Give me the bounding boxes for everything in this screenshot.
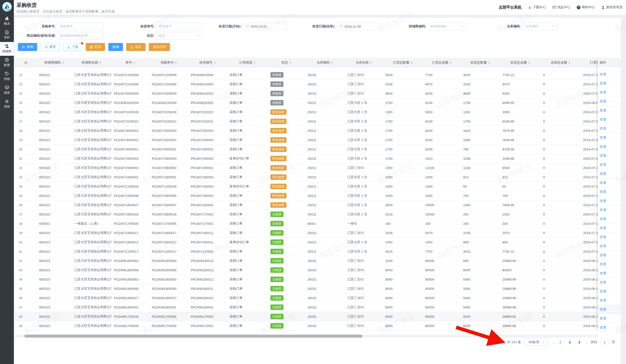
view-link[interactable]: 查看 <box>600 190 606 194</box>
view-link[interactable]: 查看 <box>600 90 606 95</box>
view-link[interactable]: 查看 <box>600 217 606 221</box>
view-link[interactable]: 查看 <box>600 226 606 230</box>
prev-page-button[interactable]: ‹ <box>552 340 554 344</box>
view-link[interactable]: 查看 <box>600 280 606 285</box>
column-header-经销商编码[interactable]: 经销商编码 <box>37 58 72 68</box>
sort-icon[interactable] <box>175 60 177 65</box>
page-number-3[interactable]: 3 <box>577 340 582 344</box>
sidebar-item-经销商[interactable]: 经销商 <box>0 42 14 56</box>
view-link[interactable]: 查看 <box>600 298 606 303</box>
warehouse-code-select[interactable]: 仓库编码 <box>522 23 557 30</box>
view-link[interactable]: 查看 <box>600 81 606 86</box>
view-link[interactable]: 查看 <box>600 117 606 122</box>
column-header-仓库编码[interactable]: 仓库编码 <box>305 58 345 68</box>
view-link[interactable]: 查看 <box>600 289 606 294</box>
horizontal-scrollbar-thumb[interactable] <box>24 335 362 338</box>
view-link[interactable]: 查看 <box>600 262 606 267</box>
sort-icon[interactable] <box>568 60 570 65</box>
data-table: 经销商编码经销商名称单号采购单号收货编号订单类型状态仓库编码仓库名称订货总数量订… <box>15 58 598 332</box>
sidebar-item-系统[interactable]: 系统 <box>0 97 14 111</box>
sidebar-item-配置[interactable]: 配置 <box>0 56 14 70</box>
column-header-未税总金额[interactable]: 未税总金额 <box>541 58 581 68</box>
page-number-1[interactable]: 1 <box>558 340 562 344</box>
column-header-仓库名称[interactable]: 仓库名称 <box>345 58 383 68</box>
sidebar-item-报表[interactable]: 报表 <box>0 83 14 97</box>
column-header-订货总金额[interactable]: 订货总金额 <box>423 58 461 68</box>
page-number-2[interactable]: 2 <box>567 340 572 344</box>
view-link[interactable]: 查看 <box>600 199 606 203</box>
sort-icon[interactable] <box>133 60 135 65</box>
menu-下载中心[interactable]: 下载中心 <box>528 5 546 10</box>
column-header-订货总数量[interactable]: 订货总数量 <box>383 58 423 68</box>
cell-qty_ordered: 2515 <box>383 210 423 219</box>
column-settings-button[interactable] <box>15 58 37 68</box>
sidebar-item-概况[interactable]: 概况 <box>0 14 14 28</box>
cell-amt_untaxed: 0 <box>541 256 581 266</box>
column-header-状态[interactable]: 状态 <box>268 58 305 68</box>
view-link[interactable]: 查看 <box>600 153 606 158</box>
export-print-button[interactable]: 导出打印 <box>149 43 170 51</box>
view-link[interactable]: 查看 <box>600 144 606 149</box>
view-link[interactable]: 查看 <box>600 235 606 239</box>
column-header-订货日期[interactable]: 订货日期 <box>581 58 598 68</box>
sort-icon[interactable] <box>214 60 216 65</box>
view-link[interactable]: 查看 <box>600 172 606 176</box>
view-link[interactable]: 查看 <box>600 99 606 104</box>
view-link[interactable]: 查看 <box>600 253 606 257</box>
sort-icon[interactable] <box>370 60 372 65</box>
menu-帮助中心[interactable]: ?帮助中心 <box>577 5 595 10</box>
cell-amt_ordered: 9200 <box>423 89 461 98</box>
view-link[interactable]: 查看 <box>600 208 606 212</box>
sort-icon[interactable] <box>99 60 101 65</box>
sort-icon[interactable] <box>488 60 490 65</box>
view-link[interactable]: 查看 <box>600 325 606 330</box>
download-button[interactable]: 下载 <box>63 43 82 51</box>
column-header-采购单号[interactable]: 采购单号 <box>149 58 188 68</box>
cell-dealer_name: 江苏大区宝龙快运有限公司 <box>72 321 111 331</box>
view-link[interactable]: 查看 <box>600 72 606 77</box>
column-label: 采购单号 <box>161 60 174 65</box>
column-header-单号[interactable]: 单号 <box>111 58 149 68</box>
column-header-收货编号[interactable]: 收货编号 <box>188 58 227 68</box>
view-link[interactable]: 查看 <box>600 307 606 312</box>
next-page-button[interactable]: › <box>585 340 587 344</box>
sort-icon[interactable] <box>411 60 413 65</box>
print-button[interactable]: 打印 <box>86 43 105 51</box>
action-cell: 查看 <box>598 260 621 269</box>
status-select[interactable]: 状态 <box>156 32 203 39</box>
add-button[interactable]: 新增 <box>108 43 123 51</box>
view-link[interactable]: 查看 <box>600 108 606 113</box>
view-link[interactable]: 查看 <box>600 244 606 248</box>
column-header-订单类型[interactable]: 订单类型 <box>227 58 268 68</box>
goto-page-input[interactable] <box>601 339 608 346</box>
view-link[interactable]: 查看 <box>600 135 606 140</box>
sort-icon[interactable] <box>62 60 64 65</box>
view-link[interactable]: 查看 <box>600 271 606 276</box>
cell-idx: 33 <box>15 173 37 182</box>
view-link[interactable]: 查看 <box>600 126 606 131</box>
cell-wh_code: JS011 <box>305 126 345 135</box>
menu-消息中心[interactable]: 消息中心 <box>552 5 570 10</box>
page-size-select[interactable]: 50条/页 <box>524 339 549 346</box>
cell-po_no: PO24061800040 <box>149 284 188 293</box>
sort-icon[interactable] <box>331 60 333 65</box>
view-link[interactable]: 查看 <box>600 163 606 167</box>
column-header-收货总数量[interactable]: 收货总数量 <box>461 58 500 68</box>
reset-button[interactable]: 重置 <box>40 43 60 51</box>
user-icon <box>601 6 605 9</box>
view-link[interactable]: 查看 <box>600 181 606 185</box>
sort-icon[interactable] <box>254 60 256 65</box>
cell-order_no: PO24073100022 <box>111 117 149 126</box>
sidebar-item-资料[interactable]: 资料 <box>0 28 14 42</box>
view-link[interactable]: 查看 <box>600 316 606 321</box>
export-button[interactable]: 导出 <box>126 43 146 51</box>
search-button[interactable]: 查询 <box>18 43 37 51</box>
sort-icon[interactable] <box>289 60 291 65</box>
menu-系统管理员[interactable]: 系统管理员 <box>601 5 622 10</box>
sort-icon[interactable] <box>450 60 452 65</box>
sort-icon[interactable] <box>528 60 530 65</box>
column-header-经销商名称[interactable]: 经销商名称 <box>72 58 111 68</box>
sidebar-item-营销[interactable]: 营销 <box>0 70 14 83</box>
sort-asc-icon <box>411 60 413 62</box>
column-header-收货总金额[interactable]: 收货总金额 <box>500 58 541 68</box>
